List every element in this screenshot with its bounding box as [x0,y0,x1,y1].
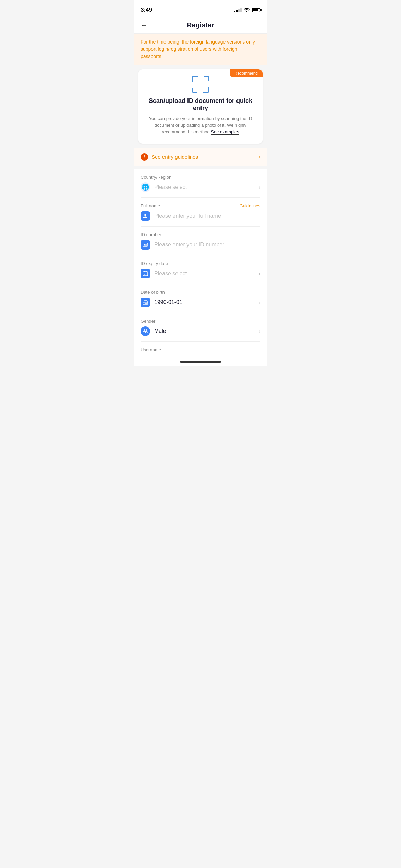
gender-value: Male [154,328,255,334]
fullname-label: Full name [141,203,160,208]
dob-label-row: Date of birth [141,290,260,295]
form-section: Country/Region 🌐 Please select › Full na… [134,169,267,358]
signal-icon [234,8,242,12]
gender-icon [141,326,150,336]
id-label: ID number [141,232,161,237]
back-button[interactable]: ← [141,21,147,29]
dob-field[interactable]: Date of birth 1990-01-01 › [141,284,260,313]
home-bar [180,361,221,363]
country-label: Country/Region [141,174,171,180]
svg-point-17 [144,329,145,331]
fullname-value: Please enter your full name [154,213,260,219]
guidelines-row[interactable]: ! See entry guidelines › [134,148,267,166]
scan-title: Scan/upload ID document for quick entry [145,97,256,112]
gender-input-row[interactable]: Male › [141,326,260,336]
svg-rect-5 [143,272,148,276]
country-region-field[interactable]: Country/Region 🌐 Please select › [141,169,260,198]
scan-corner-tr [204,76,209,81]
fullname-label-row: Full name Guidelines [141,203,260,208]
country-input-row[interactable]: 🌐 Please select › [141,182,260,192]
guidelines-chevron: › [259,154,260,160]
expiry-label: ID expiry date [141,261,168,266]
dob-label: Date of birth [141,290,165,295]
username-label: Username [141,347,161,352]
scan-description: You can provide your information by scan… [145,115,256,135]
page-title: Register [187,21,214,29]
scan-frame-icon [192,76,209,93]
fullname-input-row[interactable]: Please enter your full name [141,211,260,221]
svg-rect-12 [143,301,148,304]
gender-label-row: Gender [141,318,260,324]
svg-point-1 [144,244,145,245]
scan-corner-bl [192,88,197,93]
id-value: Please enter your ID number [154,242,260,248]
info-icon: ! [141,153,148,161]
expiry-input-row[interactable]: Please select › [141,269,260,278]
gender-label: Gender [141,318,155,324]
page-header: ← Register [134,17,267,34]
svg-point-18 [146,329,147,331]
id-input-row[interactable]: Please enter your ID number [141,240,260,250]
svg-point-16 [146,303,147,304]
expiry-chevron: › [259,271,260,276]
full-name-field[interactable]: Full name Guidelines Please enter your f… [141,198,260,227]
dob-value: 1990-01-01 [154,299,255,305]
notice-text: For the time being, the foreign language… [141,38,260,60]
home-indicator [134,358,267,366]
country-value: Please select [154,184,255,190]
scan-icon-area [145,76,256,93]
scan-card[interactable]: Recommend Scan/upload ID document for qu… [138,69,263,144]
country-chevron: › [259,184,260,190]
expiry-value: Please select [154,270,255,277]
guidelines-label: See entry guidelines [151,154,198,160]
country-label-row: Country/Region [141,174,260,180]
notice-banner: For the time being, the foreign language… [134,34,267,65]
fullname-guidelines[interactable]: Guidelines [240,203,260,208]
wifi-icon [244,7,250,13]
gender-chevron: › [259,328,260,334]
gender-field[interactable]: Gender Male › [141,313,260,342]
username-field[interactable]: Username [141,342,260,358]
username-label-row: Username [141,347,260,352]
status-time: 3:49 [141,7,152,13]
calendar-icon [141,269,150,278]
expiry-label-row: ID expiry date [141,261,260,266]
id-expiry-field[interactable]: ID expiry date Please select › [141,255,260,284]
svg-point-15 [145,303,146,304]
status-bar: 3:49 [134,0,267,17]
dob-input-row[interactable]: 1990-01-01 › [141,298,260,307]
status-icons [234,7,260,13]
guidelines-left: ! See entry guidelines [141,153,198,161]
see-examples-link[interactable]: See examples [211,129,239,135]
globe-icon: 🌐 [141,182,150,192]
id-label-row: ID number [141,232,260,237]
svg-point-14 [144,303,144,304]
recommend-badge: Recommend [230,69,263,77]
battery-icon [252,8,260,12]
dob-chevron: › [259,300,260,305]
person-icon [141,211,150,221]
id-number-field[interactable]: ID number Please enter your ID number [141,227,260,255]
birthday-icon [141,298,150,307]
id-card-icon [141,240,150,250]
